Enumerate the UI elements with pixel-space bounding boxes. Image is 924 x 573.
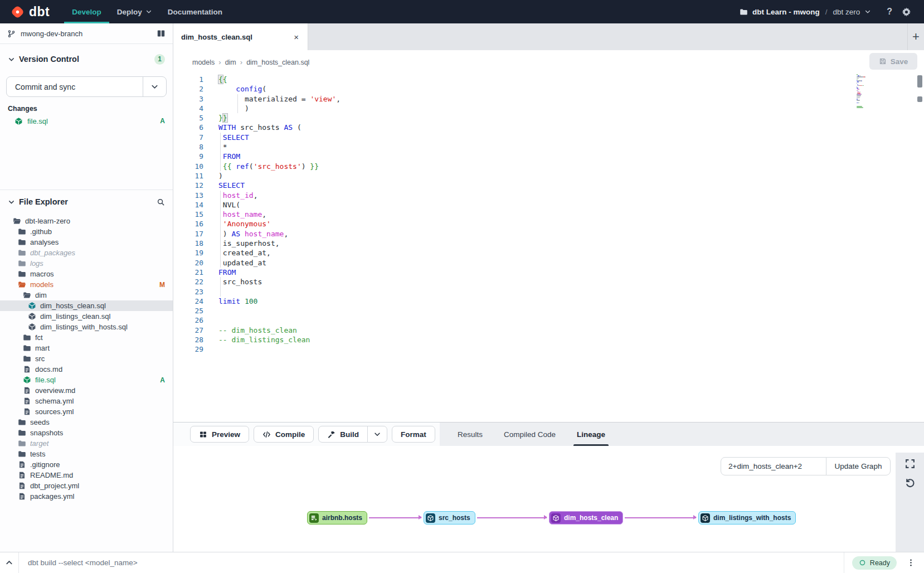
tree-item-docs-md[interactable]: docs.md <box>0 364 173 375</box>
nav-item-deploy[interactable]: Deploy <box>109 0 160 23</box>
lineage-node-dim-hosts-clean[interactable]: dim_hosts_clean <box>549 511 623 525</box>
tree-item-dim-hosts-clean-sql[interactable]: dim_hosts_clean.sql <box>0 300 173 311</box>
tree-item-logs[interactable]: logs <box>0 258 173 269</box>
tree-item-target[interactable]: target <box>0 438 173 449</box>
model-cube-icon <box>551 513 561 523</box>
panel-tab-compiled-code[interactable]: Compiled Code <box>504 423 556 446</box>
help-icon[interactable]: ? <box>887 7 892 17</box>
lineage-node-airbnb-hosts[interactable]: airbnb.hosts <box>307 511 367 525</box>
minimap-segment <box>857 74 858 75</box>
indent-guide <box>220 191 221 200</box>
tree-item-dim-listings-clean-sql[interactable]: dim_listings_clean.sql <box>0 311 173 322</box>
file-explorer-header[interactable]: File Explorer <box>0 192 173 211</box>
breadcrumb-separator: › <box>240 58 242 66</box>
code-icon <box>262 430 271 439</box>
tree-item-snapshots[interactable]: snapshots <box>0 428 173 438</box>
code-line: 21FROM <box>173 268 924 277</box>
save-button[interactable]: Save <box>869 53 917 70</box>
line-number: 4 <box>173 104 203 113</box>
minimap-segment <box>857 78 859 79</box>
tree-item-dim[interactable]: dim <box>0 290 173 300</box>
app-root: dbt DevelopDeployDocumentation dbt Learn… <box>0 0 924 573</box>
kebab-menu-icon[interactable] <box>907 559 915 567</box>
preview-button[interactable]: Preview <box>190 426 249 443</box>
tree-item-macros[interactable]: macros <box>0 269 173 279</box>
status-text: Ready <box>870 559 890 567</box>
tree-item-schema-yml[interactable]: schema.yml <box>0 396 173 406</box>
nav-item-label: Deploy <box>117 8 142 16</box>
code-line-content: limit 100 <box>218 297 257 306</box>
version-control-header[interactable]: Version Control 1 <box>0 50 173 69</box>
lineage-node-src-hosts[interactable]: src_hosts <box>424 511 475 525</box>
code-token: limit <box>218 297 240 305</box>
code-token <box>218 85 236 93</box>
tree-item-dim-listings-with-hosts-sql[interactable]: dim_listings_with_hosts.sql <box>0 322 173 332</box>
minimap[interactable] <box>857 74 870 111</box>
tree-item--gitignore[interactable]: .gitignore <box>0 459 173 470</box>
dbt-logo[interactable]: dbt <box>10 0 50 23</box>
collapse-panel-button[interactable] <box>0 552 19 573</box>
code-line: 9 FROM <box>173 152 924 161</box>
code-line-content: -- dim_hosts_clean <box>218 326 297 335</box>
tree-item-dbt-learn-zero[interactable]: dbt-learn-zero <box>0 216 173 226</box>
compile-button[interactable]: Compile <box>254 426 314 443</box>
breadcrumb-item[interactable]: dim_hosts_clean.sql <box>246 59 309 66</box>
command-input[interactable]: dbt build --select <model_name> <box>28 559 844 567</box>
minimap-segment <box>862 80 862 81</box>
tree-item--github[interactable]: .github <box>0 226 173 237</box>
tree-item-sources-yml[interactable]: sources.yml <box>0 406 173 417</box>
tree-item-packages-yml[interactable]: packages.yml <box>0 491 173 502</box>
commit-and-sync-button[interactable]: Commit and sync <box>6 76 167 97</box>
branch-bar[interactable]: mwong-dev-branch <box>0 23 173 44</box>
nav-item-documentation[interactable]: Documentation <box>160 0 230 23</box>
tree-item-dbt-project-yml[interactable]: dbt_project.yml <box>0 480 173 491</box>
tree-item-seeds[interactable]: seeds <box>0 417 173 428</box>
tree-item-mart[interactable]: mart <box>0 343 173 353</box>
build-options-button[interactable] <box>367 426 387 443</box>
lineage-graph[interactable]: airbnb.hostssrc_hostsdim_hosts_cleandim_… <box>173 446 896 552</box>
tree-item-models[interactable]: modelsM <box>0 279 173 290</box>
folder-icon <box>18 270 26 278</box>
changed-file-row[interactable]: file.sqlA <box>0 115 173 127</box>
panel-tab-lineage[interactable]: Lineage <box>577 423 605 446</box>
doc-icon <box>18 492 26 501</box>
panel-tab-results[interactable]: Results <box>458 423 483 446</box>
tree-item-readme-md[interactable]: README.md <box>0 470 173 480</box>
fullscreen-icon[interactable] <box>904 458 916 469</box>
code-token: ( <box>293 123 301 132</box>
docs-panel-icon[interactable] <box>157 29 166 38</box>
code-editor[interactable]: 1{{2 config(3 materialized = 'view',4 )5… <box>173 73 924 422</box>
code-line: 7 SELECT <box>173 133 924 142</box>
folder-icon <box>740 8 748 16</box>
code-line: 2 config( <box>173 84 924 94</box>
breadcrumb-item[interactable]: models <box>192 59 215 66</box>
tree-item-label: dim_listings_clean.sql <box>40 312 110 321</box>
account-switcher[interactable]: dbt Learn - mwong / dbt zero <box>740 8 871 16</box>
commit-options-button[interactable] <box>143 77 166 96</box>
nav-item-develop[interactable]: Develop <box>64 0 109 23</box>
code-line: 14 NVL( <box>173 200 924 210</box>
tree-item-dbt-packages[interactable]: dbt_packages <box>0 247 173 258</box>
tree-item-fct[interactable]: fct <box>0 332 173 343</box>
line-number: 12 <box>173 181 203 190</box>
breadcrumb-item[interactable]: dim <box>225 59 236 66</box>
tree-item-file-sql[interactable]: file.sqlA <box>0 375 173 385</box>
reset-icon[interactable] <box>904 477 916 488</box>
gear-icon[interactable] <box>901 7 912 17</box>
build-button[interactable]: Build <box>318 426 368 443</box>
folder-icon <box>18 439 26 448</box>
tree-item-src[interactable]: src <box>0 353 173 364</box>
line-number: 17 <box>173 229 203 239</box>
new-tab-button[interactable]: + <box>907 23 924 50</box>
search-icon[interactable] <box>157 198 165 206</box>
close-icon[interactable]: × <box>294 33 299 41</box>
tree-item-tests[interactable]: tests <box>0 449 173 459</box>
format-button[interactable]: Format <box>392 426 435 443</box>
lineage-node-dim-listings-with-hosts[interactable]: dim_listings_with_hosts <box>698 511 796 525</box>
tree-item-label: .github <box>30 227 52 236</box>
tree-item-analyses[interactable]: analyses <box>0 237 173 247</box>
code-line-content: materialized = 'view', <box>218 94 341 104</box>
tree-item-overview-md[interactable]: overview.md <box>0 385 173 396</box>
editor-scrollbar[interactable] <box>917 75 922 88</box>
tab-dim-hosts-clean[interactable]: dim_hosts_clean.sql × <box>173 23 308 50</box>
